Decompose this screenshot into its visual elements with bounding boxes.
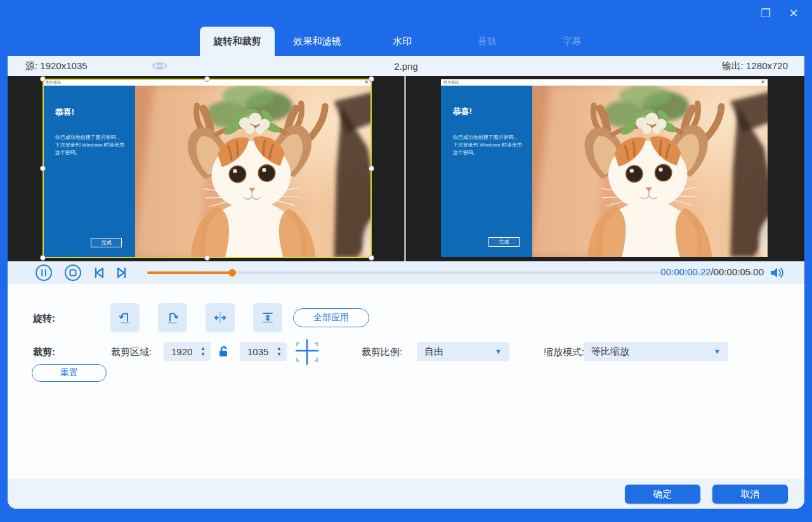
tab-effects-filters[interactable]: 效果和滤镜	[275, 27, 360, 56]
close-button[interactable]: ✕	[787, 6, 801, 20]
volume-icon[interactable]	[769, 265, 785, 280]
dialog-close-icon: ✕	[761, 79, 765, 86]
crop-handle-top-left[interactable]	[40, 76, 46, 82]
crop-handle-top-mid[interactable]	[204, 76, 210, 82]
seek-slider-knob[interactable]	[228, 269, 236, 277]
crop-handle-mid-left[interactable]	[40, 166, 46, 171]
seek-slider-fill	[147, 271, 232, 274]
crop-selection-box[interactable]	[43, 79, 372, 258]
crop-width-value[interactable]: 1920	[164, 346, 198, 357]
crop-handle-mid-right[interactable]	[369, 166, 374, 171]
dialog-body-text: 你已成功地创建了图片密码，下次登录到 Windows 时请使用这个密码。	[453, 134, 523, 157]
tab-bar: 旋转和裁剪 效果和滤镜 水印 音轨 字幕	[200, 27, 615, 56]
tab-subtitles: 字幕	[530, 27, 615, 56]
rotate-left-button[interactable]	[110, 303, 140, 332]
video-preview-area: 图片密码 ✕ 恭喜! 你已成功地创建了图片密码，下次登录到 Windows 时请…	[8, 76, 804, 261]
crop-handle-bottom-mid[interactable]	[204, 255, 210, 261]
player-control-bar: 00:00:00.22/00:00:05.00	[8, 261, 804, 284]
stop-button[interactable]	[64, 264, 82, 282]
crop-height-value[interactable]: 1035	[240, 346, 274, 357]
window-controls: ❐ ✕	[759, 6, 801, 20]
chevron-down-icon: ▼	[714, 348, 721, 355]
width-up-arrow[interactable]: ▲	[200, 346, 206, 351]
cancel-button[interactable]: 取消	[712, 485, 788, 504]
time-total: /00:00:05.00	[711, 266, 764, 277]
dialog-finish-button: 完成	[488, 237, 520, 247]
crop-height-stepper[interactable]: 1035 ▲▼	[240, 342, 287, 361]
output-resolution-label: 输出: 1280x720	[722, 60, 788, 72]
maximize-button[interactable]: ❐	[759, 6, 773, 20]
scale-mode-value: 等比缩放	[591, 346, 629, 358]
crop-ratio-value: 自由	[424, 346, 443, 358]
ok-button[interactable]: 确定	[625, 485, 700, 504]
scale-mode-select[interactable]: 等比缩放 ▼	[584, 342, 728, 361]
tab-audio-track: 音轨	[445, 27, 530, 56]
chevron-down-icon: ▼	[495, 348, 502, 355]
cat-photo	[532, 86, 768, 257]
info-bar: 源: 1920x1035 2.png 输出: 1280x720	[8, 56, 804, 76]
crop-handle-bottom-right[interactable]	[369, 255, 374, 261]
next-frame-button[interactable]	[113, 264, 131, 282]
dialog-blue-panel: 恭喜! 你已成功地创建了图片密码，下次登录到 Windows 时请使用这个密码。…	[441, 86, 532, 257]
filename-label: 2.png	[8, 61, 804, 72]
tab-watermark[interactable]: 水印	[360, 27, 445, 56]
pause-button[interactable]	[35, 264, 53, 282]
rotate-label: 旋转:	[33, 313, 55, 325]
apply-all-button[interactable]: 全部应用	[293, 308, 369, 327]
flip-vertical-button[interactable]	[253, 303, 282, 332]
app-window: ❐ ✕ 旋转和裁剪 效果和滤镜 水印 音轨 字幕 源: 1920x1035 2.…	[0, 0, 812, 522]
crop-ratio-select[interactable]: 自由 ▼	[417, 342, 509, 361]
output-video-frame: 图片密码 ✕ 恭喜! 你已成功地创建了图片密码，下次登录到 Windows 时请…	[441, 79, 768, 257]
aspect-lock-icon[interactable]	[217, 345, 230, 360]
height-down-arrow[interactable]: ▼	[277, 352, 282, 357]
footer-bar: 确定 取消	[8, 479, 804, 509]
crop-label: 裁剪:	[33, 346, 55, 358]
crop-width-stepper[interactable]: 1920 ▲▼	[164, 342, 211, 361]
crop-handle-top-right[interactable]	[369, 76, 374, 82]
scale-mode-label: 缩放模式:	[544, 346, 584, 358]
crop-center-crosshair-icon[interactable]	[293, 338, 321, 369]
output-preview-pane: 图片密码 ✕ 恭喜! 你已成功地创建了图片密码，下次登录到 Windows 时请…	[406, 76, 804, 261]
time-current: 00:00:00.22	[660, 266, 710, 277]
dialog-title-text: 图片密码	[443, 79, 459, 86]
time-display: 00:00:00.22/00:00:05.00	[660, 266, 764, 277]
reset-button[interactable]: 重置	[32, 364, 107, 382]
dialog-heading: 恭喜!	[453, 106, 472, 117]
tab-rotate-crop[interactable]: 旋转和裁剪	[200, 27, 275, 56]
source-preview-pane: 图片密码 ✕ 恭喜! 你已成功地创建了图片密码，下次登录到 Windows 时请…	[8, 76, 404, 261]
flip-horizontal-button[interactable]	[206, 303, 235, 332]
crop-ratio-label: 裁剪比例:	[362, 346, 402, 358]
main-panel: 源: 1920x1035 2.png 输出: 1280x720 图片密码 ✕	[8, 56, 804, 509]
previous-frame-button[interactable]	[90, 264, 108, 282]
rotate-right-button[interactable]	[158, 303, 187, 332]
crop-area-label: 裁剪区域:	[111, 346, 152, 358]
crop-handle-bottom-left[interactable]	[40, 255, 46, 261]
height-up-arrow[interactable]: ▲	[277, 346, 282, 351]
width-down-arrow[interactable]: ▼	[200, 352, 206, 357]
